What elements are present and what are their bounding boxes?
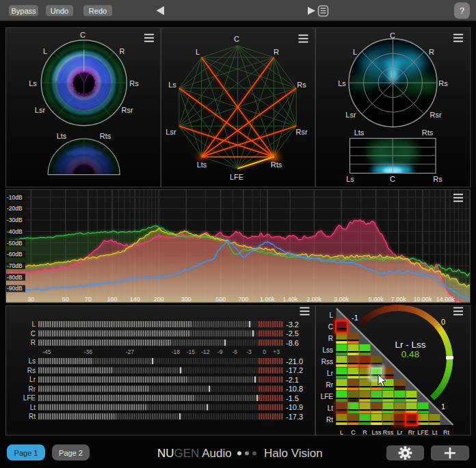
svg-text:LFE: LFE [230, 173, 243, 181]
svg-text:L: L [353, 48, 357, 56]
svg-text:10.00k: 10.00k [413, 296, 432, 303]
svg-text:-70dB: -70dB [7, 262, 23, 269]
svg-text:L: L [340, 429, 343, 436]
svg-text:-3.2: -3.2 [286, 320, 299, 329]
svg-text:-9: -9 [217, 348, 223, 355]
svg-text:Rsr: Rsr [429, 111, 441, 119]
svg-text:R: R [274, 48, 279, 56]
svg-text:L: L [196, 48, 200, 56]
svg-text:14.00k: 14.00k [436, 296, 455, 303]
svg-text:-17.3: -17.3 [286, 413, 303, 421]
svg-text:-1.5: -1.5 [286, 394, 299, 402]
svg-text:Lsr: Lsr [345, 111, 356, 119]
svg-text:-3: -3 [246, 348, 252, 355]
svg-text:C: C [390, 175, 395, 183]
svg-text:-18: -18 [172, 348, 181, 355]
svg-text:LFE: LFE [321, 393, 334, 400]
svg-text:C: C [390, 31, 395, 40]
svg-text:C: C [351, 429, 356, 436]
svg-text:Rs: Rs [27, 367, 36, 374]
svg-text:-2.5: -2.5 [286, 329, 299, 338]
svg-text:Rss: Rss [383, 429, 394, 436]
svg-text:?: ? [460, 6, 464, 16]
svg-text:Rs: Rs [433, 175, 442, 183]
svg-text:-40dB: -40dB [7, 228, 23, 235]
svg-text:R: R [362, 429, 367, 436]
svg-text:1.40k: 1.40k [282, 296, 298, 303]
svg-text:-36: -36 [84, 348, 93, 355]
svg-text:-12: -12 [201, 348, 210, 355]
svg-text:1: 1 [441, 402, 445, 411]
svg-text:-45: -45 [42, 348, 51, 355]
svg-text:Rt: Rt [443, 429, 449, 436]
svg-text:NUGEN Audio: NUGEN Audio [157, 447, 232, 460]
svg-text:Rt: Rt [29, 413, 36, 420]
svg-text:Page 2: Page 2 [59, 449, 83, 457]
svg-text:300: 300 [181, 296, 191, 303]
svg-text:70: 70 [85, 296, 92, 303]
svg-text:0: 0 [263, 348, 266, 355]
svg-text:-10dB: -10dB [7, 194, 23, 201]
svg-text:Rr: Rr [28, 385, 36, 393]
svg-text:140: 140 [130, 296, 140, 303]
svg-text:Halo Vision: Halo Vision [264, 447, 323, 460]
svg-text:C: C [31, 330, 36, 338]
svg-text:-60dB: -60dB [7, 251, 23, 258]
svg-text:-80dB: -80dB [7, 274, 23, 281]
svg-text:100: 100 [107, 296, 117, 303]
svg-text:R: R [120, 47, 125, 55]
svg-text:Rts: Rts [422, 128, 434, 137]
svg-text:R: R [31, 339, 36, 346]
svg-text:LFE: LFE [23, 394, 36, 402]
svg-text:Rts: Rts [271, 161, 282, 169]
svg-text:Lts: Lts [57, 132, 67, 140]
svg-text:-10.8: -10.8 [286, 385, 303, 393]
svg-text:Lr: Lr [29, 376, 36, 383]
svg-text:-20dB: -20dB [7, 205, 23, 212]
svg-text:30: 30 [27, 296, 34, 303]
svg-text:Lt: Lt [328, 404, 334, 412]
svg-text:C: C [80, 31, 85, 39]
svg-text:Lr: Lr [327, 370, 334, 377]
svg-text:0.48: 0.48 [401, 349, 419, 359]
svg-text:50: 50 [62, 296, 69, 303]
svg-text:Redo: Redo [89, 7, 107, 15]
svg-text:-50dB: -50dB [7, 240, 23, 247]
svg-text:3.00k: 3.00k [334, 296, 349, 303]
svg-text:-6: -6 [232, 348, 237, 355]
svg-text:-15: -15 [187, 348, 196, 355]
svg-text:Lsr: Lsr [35, 106, 46, 114]
svg-text:-27: -27 [126, 348, 135, 355]
svg-text:200: 200 [154, 296, 164, 303]
svg-text:Rs: Rs [297, 81, 306, 89]
svg-text:Rsr: Rsr [295, 128, 307, 136]
svg-text:Lts: Lts [197, 161, 207, 169]
svg-text:Lsr: Lsr [166, 128, 176, 136]
svg-text:Lt: Lt [30, 404, 36, 411]
svg-text:Lt: Lt [432, 429, 438, 436]
svg-text:7.00k: 7.00k [391, 296, 407, 303]
svg-text:700: 700 [238, 296, 248, 303]
svg-text:-8.6: -8.6 [286, 339, 299, 347]
svg-text:R: R [328, 335, 333, 342]
svg-text:0: 0 [441, 318, 445, 326]
svg-text:-2.1: -2.1 [286, 376, 299, 384]
svg-text:C: C [328, 323, 333, 331]
svg-text:L: L [43, 47, 47, 55]
svg-text:1.00k: 1.00k [260, 296, 276, 303]
svg-text:Undo: Undo [51, 7, 68, 15]
svg-text:Rs: Rs [438, 79, 448, 87]
svg-text:-17.2: -17.2 [286, 366, 303, 374]
svg-text:Rss: Rss [321, 358, 333, 366]
svg-text:Ls: Ls [346, 175, 354, 183]
svg-text:Rsr: Rsr [121, 106, 133, 114]
svg-text:C: C [234, 35, 239, 43]
svg-text:Rt: Rt [326, 416, 333, 424]
svg-text:-90dB: -90dB [7, 285, 23, 292]
svg-text:+3: +3 [273, 348, 280, 355]
svg-text:R: R [429, 48, 434, 56]
svg-text:-10.9: -10.9 [286, 403, 303, 411]
svg-text:Page 1: Page 1 [14, 449, 38, 457]
svg-text:500: 500 [215, 296, 226, 303]
svg-text:Ls: Ls [29, 79, 37, 87]
